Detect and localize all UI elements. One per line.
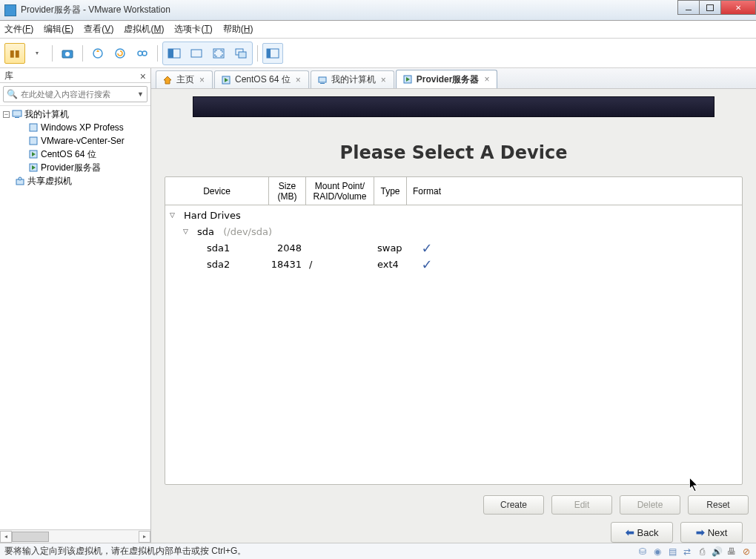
collapse-icon[interactable]: −	[3, 111, 10, 118]
device-buttons: Create Edit Delete Reset	[151, 491, 756, 519]
device-tree[interactable]: ▽ Hard Drives ▽ sda (/dev/sda) sda1 2048…	[165, 205, 742, 484]
tree-shared[interactable]: 共享虚拟机	[0, 174, 150, 188]
printer-icon[interactable]: 🖶	[726, 546, 737, 557]
scroll-thumb[interactable]	[12, 532, 49, 542]
create-button[interactable]: Create	[483, 495, 544, 515]
pause-button[interactable]: ▮▮	[4, 43, 25, 64]
svg-rect-14	[13, 110, 21, 116]
sidebar-header: 库 ×	[0, 68, 150, 83]
titlebar: Provider服务器 - VMware Workstation ✕	[0, 0, 756, 21]
statusbar: 要将输入定向到该虚拟机，请在虚拟机内部单击或按 Ctrl+G。 ⛁ ◉ ▤ ⇄ …	[0, 543, 756, 559]
usb-icon[interactable]: ⎙	[697, 546, 707, 557]
svg-rect-24	[320, 83, 325, 84]
tree-item-centos[interactable]: CentOS 64 位	[0, 148, 150, 161]
next-button[interactable]: ➡Next	[680, 522, 743, 543]
sidebar-close-icon[interactable]: ×	[140, 71, 146, 82]
disk-icon[interactable]: ⛁	[637, 546, 648, 557]
tabbar: 主页 × CentOS 64 位 × 我的计算机 × Provider服务器 ×	[151, 68, 756, 89]
tree-root-mycomputer[interactable]: − 我的计算机	[0, 108, 150, 121]
col-device[interactable]: Device	[165, 177, 269, 205]
close-button[interactable]: ✕	[720, 0, 756, 15]
maximize-button[interactable]	[699, 0, 721, 15]
edit-button[interactable]: Edit	[551, 495, 612, 515]
menu-file[interactable]: 文件(F)	[4, 23, 33, 36]
tab-close-icon[interactable]: ×	[198, 75, 206, 85]
svg-rect-13	[267, 49, 271, 58]
tree-item-vcenter[interactable]: VMware-vCenter-Ser	[0, 134, 150, 148]
tab-close-icon[interactable]: ×	[483, 74, 491, 85]
svg-rect-9	[213, 49, 224, 58]
sound-icon[interactable]: 🔊	[712, 546, 722, 557]
triangle-down-icon[interactable]: ▽	[183, 228, 188, 235]
menu-edit[interactable]: 编辑(E)	[44, 23, 73, 36]
cd-icon[interactable]: ◉	[652, 546, 663, 557]
floppy-icon[interactable]: ▤	[667, 546, 677, 557]
search-box[interactable]: 🔍 ▼	[3, 86, 147, 102]
device-columns: Device Size(MB) Mount Point/RAID/Volume …	[165, 177, 742, 205]
view-unity-icon[interactable]	[231, 43, 251, 64]
snapshot-revert-icon[interactable]	[110, 43, 130, 64]
tree-item-provider[interactable]: Provider服务器	[0, 161, 150, 174]
menu-view[interactable]: 查看(V)	[84, 23, 113, 36]
menu-vm[interactable]: 虚拟机(M)	[124, 23, 164, 36]
checkmark-icon: ✓	[407, 257, 447, 272]
svg-rect-0	[62, 50, 73, 58]
scroll-left-icon[interactable]: ◂	[0, 531, 12, 543]
vm-icon	[28, 122, 39, 133]
search-input[interactable]	[21, 90, 134, 99]
search-dropdown-icon[interactable]: ▼	[137, 90, 144, 98]
view-mode-group	[162, 42, 253, 65]
svg-rect-16	[30, 124, 37, 131]
group-harddrives[interactable]: ▽ Hard Drives	[165, 207, 742, 223]
svg-point-4	[138, 51, 142, 56]
tab-close-icon[interactable]: ×	[294, 75, 302, 85]
tab-close-icon[interactable]: ×	[379, 75, 388, 85]
disk-sda[interactable]: ▽ sda (/dev/sda)	[165, 223, 742, 239]
vm-console[interactable]: Please Select A Device Device Size(MB) M…	[151, 89, 756, 543]
svg-point-5	[142, 51, 147, 56]
tab-provider[interactable]: Provider服务器 ×	[396, 70, 498, 88]
sidebar-hscrollbar[interactable]: ◂ ▸	[0, 529, 150, 543]
svg-point-1	[65, 52, 70, 56]
partition-row[interactable]: sda1 2048 swap ✓	[165, 239, 742, 256]
svg-rect-7	[168, 49, 173, 58]
menu-help[interactable]: 帮助(H)	[223, 23, 253, 36]
tree-item-winxp[interactable]: Windows XP Profess	[0, 121, 150, 134]
library-tree: − 我的计算机 Windows XP Profess VMware-vCente…	[0, 106, 150, 529]
delete-button[interactable]: Delete	[620, 495, 680, 515]
snapshot-button[interactable]	[57, 43, 78, 64]
back-button[interactable]: ⬅Back	[611, 522, 673, 543]
scroll-right-icon[interactable]: ▸	[139, 531, 150, 543]
sidebar-title: 库	[4, 70, 13, 82]
svg-rect-6	[168, 49, 180, 58]
minimize-button[interactable]	[677, 0, 700, 15]
svg-rect-8	[191, 50, 202, 57]
tab-centos[interactable]: CentOS 64 位 ×	[214, 70, 309, 88]
tree-root-label: 我的计算机	[24, 108, 69, 121]
thumbnail-icon[interactable]	[262, 43, 283, 64]
view-single-icon[interactable]	[186, 43, 207, 64]
tab-mycomputer[interactable]: 我的计算机 ×	[311, 70, 394, 88]
col-format[interactable]: Format	[407, 177, 447, 205]
network-icon[interactable]: ⇄	[682, 546, 692, 557]
status-icons: ⛁ ◉ ▤ ⇄ ⎙ 🔊 🖶 ⊘	[637, 546, 752, 557]
reset-button[interactable]: Reset	[688, 495, 749, 515]
snapshot-take-icon[interactable]	[87, 43, 108, 64]
page-title: Please Select A Device	[151, 117, 756, 171]
dropdown-icon[interactable]: ▾	[27, 43, 47, 64]
nav-buttons: ⬅Back ➡Next	[151, 519, 756, 543]
view-fullscreen-icon[interactable]	[208, 43, 229, 64]
menu-tabs[interactable]: 选项卡(T)	[174, 23, 212, 36]
content-area: 主页 × CentOS 64 位 × 我的计算机 × Provider服务器 ×…	[151, 68, 756, 543]
home-icon	[162, 75, 173, 85]
snapshot-manage-icon[interactable]	[132, 43, 153, 64]
sidebar: 库 × 🔍 ▼ − 我的计算机 Windows XP Profess VMwar	[0, 68, 151, 543]
triangle-down-icon[interactable]: ▽	[170, 211, 175, 219]
message-icon[interactable]: ⊘	[741, 546, 752, 557]
col-type[interactable]: Type	[374, 177, 407, 205]
col-mount[interactable]: Mount Point/RAID/Volume	[306, 177, 374, 205]
partition-row[interactable]: sda2 18431 / ext4 ✓	[165, 256, 742, 272]
col-size[interactable]: Size(MB)	[269, 177, 306, 205]
tab-home[interactable]: 主页 ×	[156, 70, 213, 88]
view-console-icon[interactable]	[164, 43, 185, 64]
